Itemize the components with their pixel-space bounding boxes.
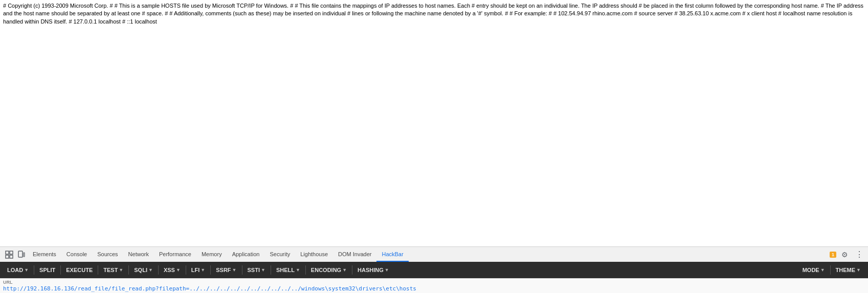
svg-rect-1 (10, 251, 13, 254)
separator-1 (34, 265, 34, 275)
devtools-tabs: Elements Console Sources Network Perform… (28, 247, 830, 262)
tab-sources[interactable]: Sources (92, 247, 123, 262)
tab-elements[interactable]: Elements (28, 247, 61, 262)
hackbar-sqli-btn[interactable]: SQLI ▼ (130, 265, 157, 275)
separator-6 (186, 265, 186, 275)
ssrf-dropdown-arrow: ▼ (232, 267, 237, 273)
hackbar-load-btn[interactable]: LOAD ▼ (3, 265, 33, 275)
hackbar-shell-btn[interactable]: SHELL ▼ (272, 265, 304, 275)
devtools-right-controls: 1 ⚙ ⋮ (830, 249, 865, 261)
hackbar-test-btn[interactable]: TEST ▼ (99, 265, 127, 275)
shell-dropdown-arrow: ▼ (296, 267, 300, 273)
inspect-icon-btn[interactable] (3, 249, 15, 261)
test-dropdown-arrow: ▼ (119, 267, 123, 273)
sqli-dropdown-arrow: ▼ (148, 267, 153, 273)
hackbar-mode-btn[interactable]: MODE ▼ (798, 265, 829, 275)
url-value: http://192.168.16.136/read_file/file_rea… (3, 285, 865, 292)
hackbar-execute-btn[interactable]: EXECUTE (62, 265, 97, 275)
svg-rect-3 (10, 255, 13, 258)
devtools-settings-btn[interactable]: ⚙ (838, 249, 851, 261)
svg-rect-5 (24, 253, 25, 257)
tab-memory[interactable]: Memory (196, 247, 227, 262)
mode-dropdown-arrow: ▼ (820, 267, 825, 273)
tab-network[interactable]: Network (123, 247, 154, 262)
theme-dropdown-arrow: ▼ (856, 267, 861, 273)
main-content: # Copyright (c) 1993-2009 Microsoft Corp… (0, 0, 868, 246)
svg-rect-2 (6, 255, 9, 258)
separator-7 (210, 265, 211, 275)
hackbar-ssti-btn[interactable]: SSTI ▼ (243, 265, 270, 275)
hackbar-encoding-btn[interactable]: ENCODING ▼ (307, 265, 351, 275)
xss-dropdown-arrow: ▼ (176, 267, 181, 273)
hackbar-ssrf-btn[interactable]: SSRF ▼ (212, 265, 240, 275)
tab-dom-invader[interactable]: DOM Invader (333, 247, 376, 262)
hackbar-right-controls: MODE ▼ THEME ▼ (798, 265, 865, 275)
tab-console[interactable]: Console (61, 247, 92, 262)
load-dropdown-arrow: ▼ (24, 267, 29, 273)
separator-11 (352, 265, 352, 275)
separator-4 (128, 265, 129, 275)
devtools-bar: Elements Console Sources Network Perform… (0, 246, 868, 262)
file-content: # Copyright (c) 1993-2009 Microsoft Corp… (3, 2, 865, 26)
url-label: URL (3, 280, 865, 285)
devtools-badge: 1 (830, 252, 836, 258)
separator-8 (242, 265, 242, 275)
svg-rect-0 (6, 251, 9, 254)
lfi-dropdown-arrow: ▼ (201, 267, 205, 273)
hackbar-toolbar: LOAD ▼ SPLIT EXECUTE TEST ▼ SQLI ▼ XSS ▼… (0, 262, 868, 278)
hackbar-lfi-btn[interactable]: LFI ▼ (187, 265, 209, 275)
ssti-dropdown-arrow: ▼ (261, 267, 265, 273)
hackbar-split-btn[interactable]: SPLIT (35, 265, 59, 275)
hashing-dropdown-arrow: ▼ (385, 267, 389, 273)
device-toggle-btn[interactable] (15, 249, 28, 261)
tab-performance[interactable]: Performance (154, 247, 196, 262)
separator-3 (98, 265, 98, 275)
svg-rect-4 (18, 251, 23, 257)
tab-security[interactable]: Security (264, 247, 295, 262)
separator-2 (60, 265, 61, 275)
separator-right-1 (830, 265, 831, 275)
tab-hackbar[interactable]: HackBar (376, 247, 408, 262)
separator-10 (305, 265, 306, 275)
tab-application[interactable]: Application (227, 247, 265, 262)
devtools-more-btn[interactable]: ⋮ (853, 249, 865, 261)
encoding-dropdown-arrow: ▼ (342, 267, 347, 273)
separator-5 (158, 265, 159, 275)
tab-lighthouse[interactable]: Lighthouse (295, 247, 333, 262)
hackbar-theme-btn[interactable]: THEME ▼ (832, 265, 865, 275)
hackbar-xss-btn[interactable]: XSS ▼ (160, 265, 185, 275)
hackbar-url-bar: URL http://192.168.16.136/read_file/file… (0, 278, 868, 293)
hackbar-hashing-btn[interactable]: HASHING ▼ (353, 265, 393, 275)
separator-9 (271, 265, 271, 275)
